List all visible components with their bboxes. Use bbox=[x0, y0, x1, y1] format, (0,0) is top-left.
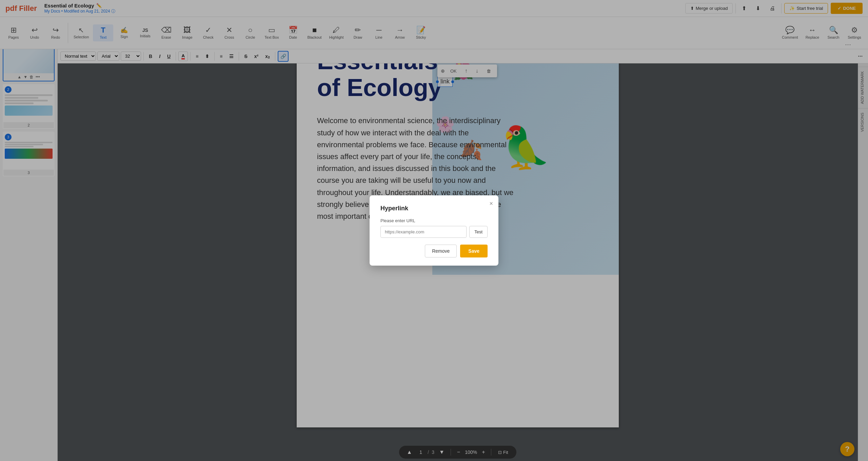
hyperlink-modal: Hyperlink × Please enter URL Test Remove… bbox=[370, 195, 498, 266]
test-button[interactable]: Test bbox=[469, 226, 488, 238]
modal-actions: Remove Save bbox=[380, 245, 488, 257]
modal-overlay: Hyperlink × Please enter URL Test Remove… bbox=[0, 0, 868, 461]
save-button[interactable]: Save bbox=[460, 245, 488, 257]
url-input-row: Test bbox=[380, 226, 488, 238]
url-input-field[interactable] bbox=[380, 226, 467, 238]
modal-title: Hyperlink bbox=[380, 205, 488, 212]
modal-label: Please enter URL bbox=[380, 218, 488, 223]
modal-close-button[interactable]: × bbox=[489, 200, 493, 207]
close-icon: × bbox=[489, 200, 493, 207]
remove-button[interactable]: Remove bbox=[425, 245, 457, 257]
